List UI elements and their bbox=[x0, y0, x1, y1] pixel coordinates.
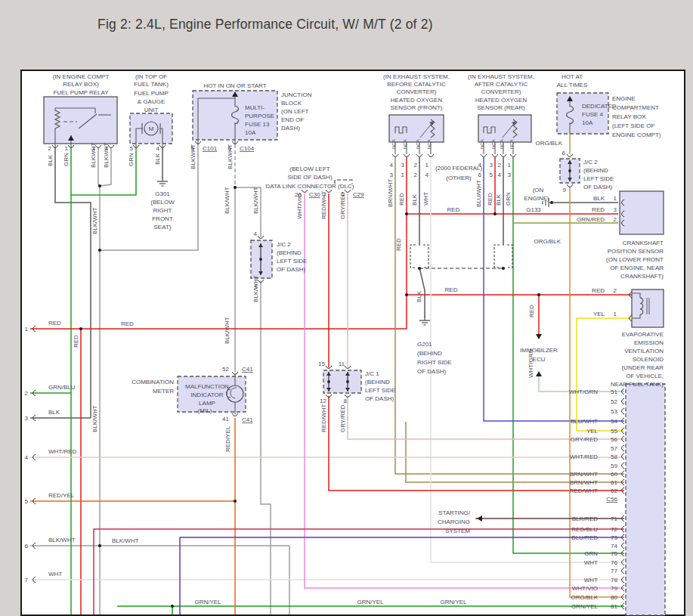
label: RED bbox=[447, 206, 460, 213]
ecm-pin-number: 56 bbox=[611, 436, 617, 443]
wire-label: WHT bbox=[422, 192, 429, 206]
label: RED bbox=[445, 286, 458, 293]
label: LEFT SIDE bbox=[365, 387, 395, 394]
junction-dot bbox=[98, 249, 101, 252]
label: PURPOSE bbox=[245, 113, 274, 119]
junction-connector-icon bbox=[327, 380, 330, 383]
ecm-pin-number: 52 bbox=[611, 398, 617, 405]
ecm-pin-number: 53 bbox=[611, 408, 617, 415]
label: COMPARTMENT bbox=[612, 104, 659, 111]
label: FUEL TANK) bbox=[134, 81, 169, 88]
wire-label: NCA bbox=[500, 139, 504, 149]
label: SYSTEM bbox=[445, 528, 470, 534]
label: OF DASH) bbox=[417, 368, 447, 375]
label: 4 bbox=[498, 172, 502, 178]
label: LEFT SIDE bbox=[277, 258, 307, 265]
label: RELAY BOX bbox=[612, 113, 646, 120]
label: ORG/BLK bbox=[534, 238, 561, 245]
ecm-pin-label: RED/BLU bbox=[571, 526, 598, 533]
ecm-pin-label: WHT/VIO bbox=[572, 585, 598, 592]
ecm-pin-number: 51 bbox=[611, 388, 617, 395]
label: ECU bbox=[533, 356, 546, 363]
label: GRN/RED bbox=[577, 216, 605, 223]
label: EMISSION bbox=[634, 339, 664, 346]
wire-label: BLK/WHT bbox=[91, 207, 98, 234]
ecm-pin-number: 60 bbox=[611, 471, 617, 478]
ecm-pin-label: GRN/YEL bbox=[571, 603, 599, 610]
label: HEATED OXYGEN bbox=[475, 97, 527, 104]
label: HOT IN ON OR START bbox=[203, 82, 266, 89]
label: (LEFT SIDE OF bbox=[612, 122, 654, 129]
label: 15 bbox=[318, 361, 325, 367]
label: LEFT SIDE bbox=[583, 175, 614, 182]
entry-number: 3 bbox=[25, 415, 29, 422]
wire-label: NCA bbox=[403, 139, 407, 149]
wire-label: GRN bbox=[128, 153, 135, 166]
ecm-pin-number: 79 bbox=[611, 585, 617, 592]
label: 4 bbox=[156, 145, 160, 152]
junction-dot bbox=[405, 212, 408, 215]
ecm-pin-label: WHT bbox=[584, 559, 598, 566]
label: (IN ENGINE COMPT bbox=[53, 73, 110, 80]
junction-dot bbox=[234, 500, 237, 503]
wire-label: BLU/WHT bbox=[475, 180, 482, 207]
label: FUEL PUMP RELAY bbox=[53, 89, 109, 96]
label: 10A bbox=[245, 129, 256, 136]
label: NEAR FUEL TANK) bbox=[611, 381, 664, 388]
label: M bbox=[149, 125, 154, 132]
ecm-pin-label: BLU/RED bbox=[571, 534, 598, 541]
ecm-pin-number: 55 bbox=[611, 428, 617, 435]
ecm-pin-number: 76 bbox=[611, 559, 617, 566]
label: J/C 2 bbox=[277, 241, 291, 248]
label: (2000 FEDERAL) bbox=[435, 165, 483, 172]
entry-label: BLK bbox=[48, 409, 60, 416]
label: RED bbox=[592, 287, 605, 294]
junction-dot bbox=[502, 267, 505, 270]
label: (UNDER REAR bbox=[621, 364, 664, 371]
wire-label: NCA bbox=[427, 139, 432, 149]
wiring-diagram-canvas: 1RED2GRN/BLU3BLK4WHT/RED5RED/YEL6BLK/WHT… bbox=[0, 0, 693, 616]
ecm-pin-number: 62 bbox=[611, 488, 617, 494]
junction-dot bbox=[537, 293, 540, 296]
label: OF ENGINE, NEAR bbox=[610, 265, 664, 271]
wire-label: GRN bbox=[63, 153, 70, 166]
junction-dot bbox=[405, 293, 408, 296]
wire-label: BLK bbox=[495, 193, 502, 206]
o2-sensor-front-box bbox=[389, 115, 444, 142]
entry-label: WHT bbox=[48, 571, 62, 577]
label: OF DASH) bbox=[365, 395, 394, 402]
ground-tap-icon bbox=[550, 201, 553, 204]
label: HEATED OXYGEN bbox=[391, 97, 443, 104]
label: CRANKSHAFT) bbox=[620, 273, 664, 280]
ecm-connector-box bbox=[626, 384, 665, 615]
wire-label: NCA bbox=[509, 139, 514, 149]
wire-label: NCA bbox=[416, 139, 420, 149]
ecm-pin-number: 58 bbox=[611, 453, 617, 460]
wire-label: NCA bbox=[491, 139, 496, 149]
entry-number: 4 bbox=[25, 454, 29, 461]
label: 41 bbox=[222, 416, 229, 423]
label: BLOCK bbox=[281, 100, 302, 107]
label: 2 bbox=[48, 145, 52, 152]
label: FRONT bbox=[152, 215, 173, 222]
label: CRANKSHAFT bbox=[623, 240, 664, 246]
ecm-connector-id: C56 bbox=[606, 496, 617, 503]
junction-connector-icon bbox=[259, 258, 262, 261]
wire-label: BLKWHT bbox=[227, 144, 234, 169]
wire-label: GRY/RED bbox=[339, 404, 346, 432]
ecm-pin-number: 74 bbox=[611, 543, 617, 549]
junction-dot bbox=[98, 184, 101, 187]
label: RED bbox=[592, 206, 605, 213]
label: C30 bbox=[309, 191, 320, 198]
ecm-pin-number: 78 bbox=[611, 577, 617, 583]
label: 1 bbox=[614, 311, 617, 317]
label: SENSOR (REAR) bbox=[477, 104, 525, 111]
label: 12 bbox=[320, 398, 326, 404]
label: IMMOBILZER bbox=[520, 347, 558, 354]
label: AFTER CATALYTIC bbox=[475, 81, 528, 88]
label: YEL bbox=[593, 311, 605, 317]
label: (MIL) bbox=[198, 407, 212, 414]
ecm-pin-number: 71 bbox=[611, 515, 617, 522]
ecm-pin-number: 80 bbox=[611, 594, 617, 601]
label: 3 bbox=[508, 172, 512, 178]
